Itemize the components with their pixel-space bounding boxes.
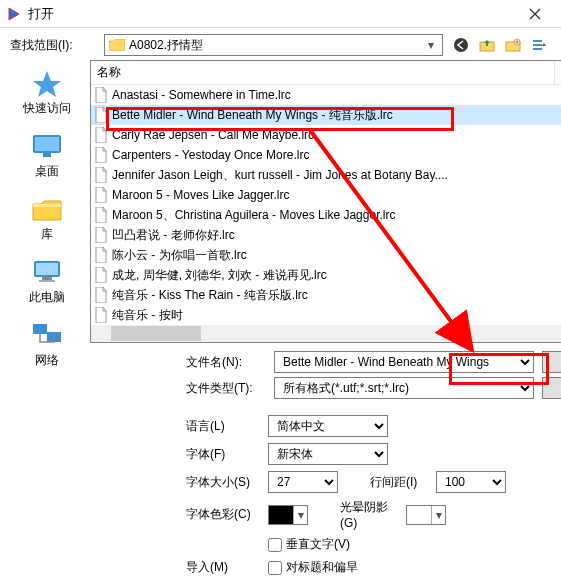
app-icon: [6, 6, 22, 22]
sidebar-item-label: 快速访问: [23, 100, 71, 117]
file-name: Anastasi - Somewhere in Time.lrc: [112, 88, 291, 102]
close-button[interactable]: [515, 1, 555, 27]
file-icon: [94, 207, 108, 223]
chevron-down-icon: ▾: [293, 506, 307, 524]
folder-up-icon: [479, 37, 495, 53]
lookin-dropdown[interactable]: A0802.抒情型 ▾: [104, 34, 443, 56]
linespacing-select[interactable]: 100: [436, 471, 506, 493]
nav-newfolder-button[interactable]: [501, 34, 525, 56]
svg-rect-15: [36, 263, 58, 275]
new-folder-icon: [505, 37, 521, 53]
file-list-pane: 名称 ^ # Anastasi - Somewhere in Time.lrcB…: [90, 60, 561, 343]
file-name: Maroon 5 - Moves Like Jagger.lrc: [112, 188, 289, 202]
file-row[interactable]: Carpenters - Yestoday Once More.lrc: [91, 145, 561, 165]
file-name: 成龙, 周华健, 刘德华, 刘欢 - 难说再见.lrc: [112, 267, 327, 284]
file-name: Jennifer Jason Leigh、kurt russell - Jim …: [112, 167, 448, 184]
nav-up-button[interactable]: [475, 34, 499, 56]
sort-indicator-icon: ^: [555, 61, 561, 84]
sidebar-item-quick-access[interactable]: 快速访问: [10, 64, 84, 121]
file-row[interactable]: Anastasi - Somewhere in Time.lrc: [91, 85, 561, 105]
window-title: 打开: [28, 5, 515, 23]
libraries-icon: [29, 194, 65, 224]
import-checkbox[interactable]: [268, 561, 282, 575]
file-name: Carly Rae Jepsen - Call Me Maybe.lrc: [112, 128, 314, 142]
folder-icon: [109, 39, 125, 51]
svg-rect-8: [533, 48, 542, 50]
nav-back-button[interactable]: [449, 34, 473, 56]
font-label: 字体(F): [186, 446, 264, 463]
close-icon: [529, 8, 541, 20]
file-icon: [94, 87, 108, 103]
file-icon: [94, 147, 108, 163]
places-sidebar: 快速访问 桌面 库 此电脑 网络: [10, 60, 84, 582]
cancel-button[interactable]: 取消: [542, 377, 561, 399]
open-button[interactable]: 打开(O): [542, 351, 561, 373]
fontsize-select[interactable]: 27: [268, 471, 338, 493]
sidebar-item-libraries[interactable]: 库: [10, 190, 84, 247]
chevron-down-icon: ▾: [424, 38, 438, 52]
import-title-label: 对标题和偏旱: [286, 559, 358, 576]
color-swatch-icon: [269, 506, 293, 524]
sidebar-item-label: 库: [41, 226, 53, 243]
file-list[interactable]: Anastasi - Somewhere in Time.lrcBette Mi…: [91, 85, 561, 325]
network-icon: [29, 320, 65, 350]
color-swatch-icon: [407, 506, 431, 524]
sidebar-item-network[interactable]: 网络: [10, 316, 84, 373]
file-icon: [94, 127, 108, 143]
file-row[interactable]: Bette Midler - Wind Beneath My Wings - 纯…: [91, 105, 561, 125]
file-name: 纯音乐 - Kiss The Rain - 纯音乐版.lrc: [112, 287, 308, 304]
halo-label: 光晕阴影(G): [340, 499, 402, 530]
file-icon: [94, 247, 108, 263]
fontcolor-picker[interactable]: ▾: [268, 505, 308, 525]
file-row[interactable]: 成龙, 周华健, 刘德华, 刘欢 - 难说再见.lrc: [91, 265, 561, 285]
column-name[interactable]: 名称: [91, 61, 555, 84]
halo-picker[interactable]: ▾: [406, 505, 446, 525]
file-icon: [94, 167, 108, 183]
svg-rect-13: [33, 204, 61, 207]
file-icon: [94, 287, 108, 303]
file-row[interactable]: 纯音乐 - 按时: [91, 305, 561, 325]
font-select[interactable]: 新宋体: [268, 443, 388, 465]
file-icon: [94, 307, 108, 323]
language-select[interactable]: 简体中文: [268, 415, 388, 437]
sidebar-item-this-pc[interactable]: 此电脑: [10, 253, 84, 310]
file-name: Carpenters - Yestoday Once More.lrc: [112, 148, 309, 162]
vertical-text-checkbox[interactable]: [268, 538, 282, 552]
file-icon: [94, 267, 108, 283]
svg-rect-6: [533, 40, 542, 42]
sidebar-item-label: 此电脑: [29, 289, 65, 306]
file-row[interactable]: 凹凸君说 - 老师你好.lrc: [91, 225, 561, 245]
lookin-text: A0802.抒情型: [129, 37, 424, 54]
horizontal-scrollbar[interactable]: [91, 325, 561, 342]
file-name: Bette Midler - Wind Beneath My Wings - 纯…: [112, 107, 393, 124]
sidebar-item-label: 桌面: [35, 163, 59, 180]
file-row[interactable]: Carly Rae Jepsen - Call Me Maybe.lrc: [91, 125, 561, 145]
file-icon: [94, 227, 108, 243]
scrollbar-thumb[interactable]: [111, 326, 201, 341]
desktop-icon: [29, 131, 65, 161]
svg-marker-0: [9, 8, 19, 20]
language-label: 语言(L): [186, 418, 264, 435]
file-name: 陈小云 - 为你唱一首歌.lrc: [112, 247, 247, 264]
file-row[interactable]: 纯音乐 - Kiss The Rain - 纯音乐版.lrc: [91, 285, 561, 305]
svg-rect-18: [33, 324, 47, 334]
sidebar-item-label: 网络: [35, 352, 59, 369]
filename-input[interactable]: Bette Midler - Wind Beneath My Wings: [274, 351, 534, 373]
file-row[interactable]: Jennifer Jason Leigh、kurt russell - Jim …: [91, 165, 561, 185]
file-row[interactable]: Maroon 5 - Moves Like Jagger.lrc: [91, 185, 561, 205]
file-name: Maroon 5、Christina Aguilera - Moves Like…: [112, 207, 395, 224]
view-menu-icon: [531, 37, 547, 53]
file-row[interactable]: 陈小云 - 为你唱一首歌.lrc: [91, 245, 561, 265]
sidebar-item-desktop[interactable]: 桌面: [10, 127, 84, 184]
lookin-label: 查找范围(I):: [10, 37, 98, 54]
svg-rect-17: [39, 280, 55, 282]
nav-view-button[interactable]: [527, 34, 551, 56]
file-list-header[interactable]: 名称 ^ #: [91, 61, 561, 85]
filetype-select[interactable]: 所有格式(*.utf;*.srt;*.lrc): [274, 377, 534, 399]
chevron-down-icon: ▾: [431, 506, 445, 524]
svg-marker-9: [33, 71, 61, 97]
fontsize-label: 字体大小(S): [186, 474, 264, 491]
fontcolor-label: 字体色彩(C): [186, 506, 264, 523]
svg-rect-7: [533, 44, 542, 46]
file-row[interactable]: Maroon 5、Christina Aguilera - Moves Like…: [91, 205, 561, 225]
